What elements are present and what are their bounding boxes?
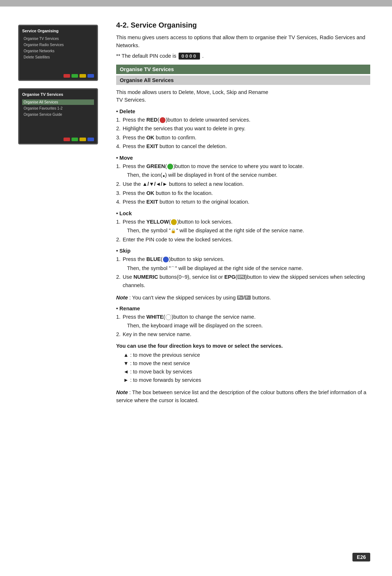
lock-item-2: 2. Enter the PIN code to view the locked… <box>116 236 370 244</box>
main-content: Service Organising Organise TV Services … <box>0 7 392 423</box>
direction-left: : to move back by services <box>123 368 370 376</box>
tv-screen-2: Organise TV Services Organise All Servic… <box>18 88 98 144</box>
btn-blue-skip <box>163 257 169 262</box>
tv-btn-blue-1 <box>87 74 94 78</box>
lock-list: 1. Press the YELLOW()button to lock serv… <box>116 218 370 226</box>
intro-text: This menu gives users access to options … <box>116 34 370 50</box>
delete-item-2: 2. Highlight the services that you want … <box>116 124 370 132</box>
tv-screen-1-footer <box>64 74 94 78</box>
pin-code: 0000 <box>179 53 200 60</box>
delete-item-4: 4. Press the EXIT button to cancel the d… <box>116 142 370 150</box>
tv-screen-2-title: Organise TV Services <box>22 92 94 97</box>
btn-p-plus: P+ <box>237 295 243 300</box>
tv-btn-yellow-1 <box>79 74 86 78</box>
btn-red-delete <box>160 117 166 123</box>
skip-header: Skip <box>116 248 370 254</box>
skip-item-2: 2. Use NUMERIC buttons(0~9), service lis… <box>116 273 370 289</box>
tv-menu-item-1: Organise TV Services <box>22 36 94 41</box>
lock-section: Lock 1. Press the YELLOW()button to lock… <box>116 211 370 244</box>
btn-p-minus: P- <box>245 295 251 300</box>
skip-list: 1. Press the BLUE()button to skip servic… <box>116 255 370 263</box>
direction-up: : to move the previous service <box>123 351 370 359</box>
tv-menu-item-2: Organise Radio Services <box>22 42 94 48</box>
move-sub-1: Then, the icon(⬥) will be displayed in f… <box>116 171 370 179</box>
move-item-1: 1. Press the GREEN()button to move the s… <box>116 162 370 170</box>
left-column: Service Organising Organise TV Services … <box>18 25 102 408</box>
move-section: Move 1. Press the GREEN()button to move … <box>116 155 370 206</box>
pin-text: ** The default PIN code is <box>116 53 176 59</box>
tv-menu-item-4: Delete Satellites <box>22 54 94 60</box>
rename-sub-1: Then, the keyboard image will be display… <box>116 322 370 330</box>
tv-menu-item-s3: Organise Service Guide <box>22 112 94 117</box>
mode-desc-1: This mode allows users to Delete, Move, … <box>116 89 268 95</box>
skip-section: Skip 1. Press the BLUE()button to skip s… <box>116 248 370 289</box>
delete-item-1: 1. Press the RED()button to delete unwan… <box>116 116 370 124</box>
rename-section: Rename 1. Press the WHITE()button to cha… <box>116 306 370 339</box>
btn-yellow-lock <box>171 219 177 225</box>
lock-item-1: 1. Press the YELLOW()button to lock serv… <box>116 218 370 226</box>
delete-section: Delete 1. Press the RED()button to delet… <box>116 109 370 151</box>
tv-btn-green-1 <box>72 74 78 78</box>
mode-description: This mode allows users to Delete, Move, … <box>116 89 370 105</box>
rename-list: 1. Press the WHITE()button to change the… <box>116 313 370 321</box>
delete-item-3: 3. Press the OK button to confirm. <box>116 134 370 142</box>
page-number: E26 <box>352 553 370 561</box>
tv-btn-green-2 <box>72 138 78 141</box>
lock-icon-symbol: 🔒 <box>171 228 176 233</box>
direction-list: : to move the previous service : to move… <box>116 351 370 385</box>
lock-sub-1: Then, the symbol "🔒" will be displayed a… <box>116 226 370 234</box>
tv-menu-item-3: Organise Networks <box>22 48 94 54</box>
btn-green-move <box>167 164 173 169</box>
tv-screen-1-title: Service Organising <box>22 29 94 33</box>
btn-epg: EPG <box>237 275 245 279</box>
btn-white-rename <box>166 314 171 320</box>
move-item-3: 3. Press the OK button to fix the locati… <box>116 189 370 197</box>
move-item-2: 2. Use the ▲/▼/◄/► buttons to select a n… <box>116 180 370 188</box>
tv-screen-1: Service Organising Organise TV Services … <box>18 25 98 81</box>
skip-list-2: 2. Use NUMERIC buttons(0~9), service lis… <box>116 273 370 289</box>
skip-sub-1: Then, the symbol "⌒" will be displayed a… <box>116 264 370 272</box>
direction-keys-header: You can use the four direction keys to m… <box>116 343 370 349</box>
note-skip: Note : You can't view the skipped servic… <box>116 294 370 302</box>
skip-icon-symbol: ⌒ <box>171 266 175 271</box>
move-icon: ⬥ <box>162 172 165 180</box>
move-header: Move <box>116 155 370 161</box>
move-list-2: 2. Use the ▲/▼/◄/► buttons to select a n… <box>116 180 370 206</box>
lock-header: Lock <box>116 211 370 216</box>
tv-menu-item-s1: Organise All Services <box>22 99 94 105</box>
tv-btn-red-1 <box>64 74 70 78</box>
tv-menu-item-s2: Organise Favourites 1-2 <box>22 106 94 111</box>
lock-list-2: 2. Enter the PIN code to view the locked… <box>116 236 370 244</box>
organise-tv-services-banner: Organise TV Services <box>116 65 370 74</box>
rename-header: Rename <box>116 306 370 311</box>
organise-all-services-banner: Organise All Services <box>116 75 370 85</box>
move-item-4: 4. Press the EXIT button to return to th… <box>116 198 370 206</box>
rename-item-1: 1. Press the WHITE()button to change the… <box>116 313 370 321</box>
direction-right: : to move forwards by services <box>123 376 370 384</box>
move-list: 1. Press the GREEN()button to move the s… <box>116 162 370 170</box>
tv-btn-red-2 <box>64 138 70 141</box>
tv-btn-blue-2 <box>87 138 94 141</box>
skip-item-1: 1. Press the BLUE()button to skip servic… <box>116 255 370 263</box>
section-title: 4-2. Service Organising <box>116 21 370 29</box>
rename-list-2: 2. Key in the new service name. <box>116 330 370 338</box>
pin-line: ** The default PIN code is 0000 . <box>116 53 370 60</box>
mode-desc-2: TV Services. <box>116 97 146 103</box>
tv-screen-2-footer <box>64 138 94 141</box>
direction-down: : to move the next service <box>123 359 370 368</box>
tv-btn-yellow-2 <box>79 138 86 141</box>
rename-item-2: 2. Key in the new service name. <box>116 330 370 338</box>
note-bottom: Note : The box between service list and … <box>116 388 370 405</box>
top-bar <box>0 0 392 7</box>
delete-header: Delete <box>116 109 370 114</box>
delete-list: 1. Press the RED()button to delete unwan… <box>116 116 370 151</box>
right-column: 4-2. Service Organising This menu gives … <box>116 21 370 408</box>
